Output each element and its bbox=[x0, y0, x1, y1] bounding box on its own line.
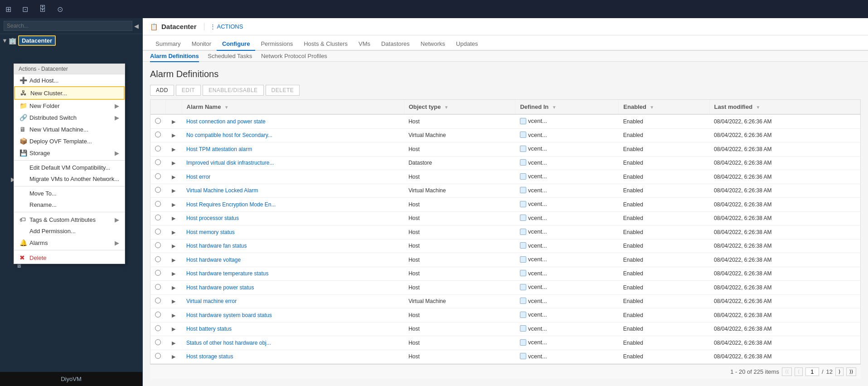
row-expand-cell[interactable]: ▶ bbox=[165, 142, 182, 156]
subnav-network-profiles[interactable]: Network Protocol Profiles bbox=[261, 53, 327, 59]
row-expand-cell[interactable]: ▶ bbox=[165, 239, 182, 253]
table-row[interactable]: ▶ Host Requires Encryption Mode En... Ho… bbox=[150, 198, 860, 212]
row-radio-cell[interactable] bbox=[150, 142, 165, 156]
table-row[interactable]: ▶ Host hardware temperature status Host … bbox=[150, 267, 860, 281]
tab-hosts-clusters[interactable]: Hosts & Clusters bbox=[298, 38, 353, 51]
row-radio-cell[interactable] bbox=[150, 294, 165, 308]
row-expand-cell[interactable]: ▶ bbox=[165, 294, 182, 308]
sidebar-search-input[interactable] bbox=[4, 21, 132, 31]
sidebar-collapse-btn[interactable]: ◀ bbox=[134, 23, 139, 29]
row-radio-9[interactable] bbox=[155, 242, 161, 248]
table-row[interactable]: ▶ Status of other host hardware obj... H… bbox=[150, 336, 860, 350]
col-last-modified[interactable]: Last modified ▼ bbox=[709, 100, 860, 114]
row-expand-cell[interactable]: ▶ bbox=[165, 156, 182, 170]
row-radio-13[interactable] bbox=[155, 298, 161, 303]
defined-in-filter-icon[interactable]: ▼ bbox=[552, 105, 557, 110]
row-expand-cell[interactable]: ▶ bbox=[165, 225, 182, 239]
table-row[interactable]: ▶ Host connection and power state Host v… bbox=[150, 114, 860, 128]
table-row[interactable]: ▶ Host hardware power status Host vcent.… bbox=[150, 281, 860, 295]
alarm-name-filter-icon[interactable]: ▼ bbox=[224, 105, 229, 110]
tab-summary[interactable]: Summary bbox=[150, 38, 186, 51]
row-radio-cell[interactable] bbox=[150, 308, 165, 322]
row-expand-cell[interactable]: ▶ bbox=[165, 114, 182, 128]
table-row[interactable]: ▶ Virtual Machine Locked Alarm Virtual M… bbox=[150, 184, 860, 198]
nav-icon-1[interactable]: ⊞ bbox=[4, 3, 13, 15]
row-radio-15[interactable] bbox=[155, 325, 161, 331]
row-expand-btn-9[interactable]: ▶ bbox=[170, 243, 177, 249]
enable-disable-button[interactable]: ENABLE/DISABLE bbox=[203, 85, 263, 96]
table-row[interactable]: ▶ Host hardware voltage Host vcent... En… bbox=[150, 253, 860, 267]
table-row[interactable]: ▶ Host hardware system board status Host… bbox=[150, 308, 860, 322]
context-menu-new-vm[interactable]: 🖥 New Virtual Machine... bbox=[14, 123, 125, 135]
last-modified-filter-icon[interactable]: ▼ bbox=[756, 105, 760, 110]
nav-icon-4[interactable]: ⊙ bbox=[55, 3, 65, 15]
row-radio-cell[interactable] bbox=[150, 198, 165, 212]
edit-button[interactable]: EDIT bbox=[176, 85, 201, 96]
row-radio-2[interactable] bbox=[155, 146, 161, 151]
table-row[interactable]: ▶ Virtual machine error Virtual Machine … bbox=[150, 294, 860, 308]
context-menu-rename[interactable]: Rename... bbox=[14, 199, 125, 210]
context-menu-migrate-vms[interactable]: Migrate VMs to Another Network... bbox=[14, 173, 125, 185]
row-expand-cell[interactable]: ▶ bbox=[165, 350, 182, 364]
row-expand-cell[interactable]: ▶ bbox=[165, 308, 182, 322]
nav-icon-3[interactable]: 🗄 bbox=[37, 3, 48, 15]
row-radio-cell[interactable] bbox=[150, 128, 165, 142]
row-radio-cell[interactable] bbox=[150, 239, 165, 253]
next-page-btn[interactable]: ⟩ bbox=[835, 367, 844, 376]
row-radio-cell[interactable] bbox=[150, 184, 165, 198]
row-expand-btn-0[interactable]: ▶ bbox=[170, 119, 177, 125]
row-expand-btn-8[interactable]: ▶ bbox=[170, 230, 177, 235]
table-row[interactable]: ▶ Host storage status Host vcent... Enab… bbox=[150, 350, 860, 364]
context-menu-deploy-ovf[interactable]: 📦 Deploy OVF Template... bbox=[14, 135, 125, 147]
row-expand-btn-1[interactable]: ▶ bbox=[170, 132, 177, 138]
row-radio-5[interactable] bbox=[155, 187, 161, 193]
table-row[interactable]: ▶ Host processor status Host vcent... En… bbox=[150, 211, 860, 225]
row-radio-4[interactable] bbox=[155, 173, 161, 179]
row-radio-0[interactable] bbox=[155, 118, 161, 124]
row-radio-16[interactable] bbox=[155, 339, 161, 345]
nav-icon-2[interactable]: ⊡ bbox=[20, 3, 30, 15]
page-number-input[interactable] bbox=[805, 367, 819, 376]
first-page-btn[interactable]: ⟨⟨ bbox=[782, 367, 792, 376]
context-menu-tags[interactable]: 🏷 Tags & Custom Attributes ▶ bbox=[14, 214, 125, 225]
col-object-type[interactable]: Object type ▼ bbox=[404, 100, 515, 114]
enabled-filter-icon[interactable]: ▼ bbox=[650, 105, 654, 110]
row-expand-btn-4[interactable]: ▶ bbox=[170, 174, 177, 180]
delete-button[interactable]: DELETE bbox=[266, 85, 300, 96]
table-row[interactable]: ▶ Host battery status Host vcent... Enab… bbox=[150, 322, 860, 336]
actions-button[interactable]: ⋮ ACTIONS bbox=[206, 23, 247, 30]
row-radio-cell[interactable] bbox=[150, 170, 165, 184]
tab-networks[interactable]: Networks bbox=[415, 38, 451, 51]
context-menu-storage[interactable]: 💾 Storage ▶ bbox=[14, 147, 125, 159]
col-defined-in[interactable]: Defined In ▼ bbox=[515, 100, 619, 114]
context-menu-distributed-switch[interactable]: 🔗 Distributed Switch ▶ bbox=[14, 112, 125, 123]
tab-updates[interactable]: Updates bbox=[451, 38, 483, 51]
tab-vms[interactable]: VMs bbox=[353, 38, 376, 51]
context-menu-add-permission[interactable]: Add Permission... bbox=[14, 225, 125, 237]
row-radio-cell[interactable] bbox=[150, 114, 165, 128]
row-radio-11[interactable] bbox=[155, 270, 161, 276]
row-expand-btn-14[interactable]: ▶ bbox=[170, 313, 177, 318]
context-menu-edit-compat[interactable]: Edit Default VM Compatibility... bbox=[14, 162, 125, 173]
context-menu-alarms[interactable]: 🔔 Alarms ▶ bbox=[14, 237, 125, 249]
subnav-alarm-definitions[interactable]: Alarm Definitions bbox=[150, 53, 199, 62]
row-expand-cell[interactable]: ▶ bbox=[165, 211, 182, 225]
tab-datastores[interactable]: Datastores bbox=[376, 38, 415, 51]
row-radio-7[interactable] bbox=[155, 215, 161, 220]
row-radio-8[interactable] bbox=[155, 229, 161, 235]
row-expand-btn-16[interactable]: ▶ bbox=[170, 340, 177, 346]
context-menu-add-host[interactable]: ➕ Add Host... bbox=[14, 74, 125, 86]
row-radio-cell[interactable] bbox=[150, 225, 165, 239]
row-radio-cell[interactable] bbox=[150, 253, 165, 267]
row-expand-btn-3[interactable]: ▶ bbox=[170, 160, 177, 166]
object-type-filter-icon[interactable]: ▼ bbox=[444, 105, 449, 110]
row-expand-btn-11[interactable]: ▶ bbox=[170, 271, 177, 277]
subnav-scheduled-tasks[interactable]: Scheduled Tasks bbox=[208, 53, 252, 59]
col-alarm-name[interactable]: Alarm Name ▼ bbox=[182, 100, 404, 114]
row-expand-cell[interactable]: ▶ bbox=[165, 267, 182, 281]
row-expand-cell[interactable]: ▶ bbox=[165, 336, 182, 350]
row-expand-btn-15[interactable]: ▶ bbox=[170, 326, 177, 332]
row-radio-cell[interactable] bbox=[150, 156, 165, 170]
row-radio-3[interactable] bbox=[155, 159, 161, 165]
add-button[interactable]: ADD bbox=[150, 85, 174, 96]
